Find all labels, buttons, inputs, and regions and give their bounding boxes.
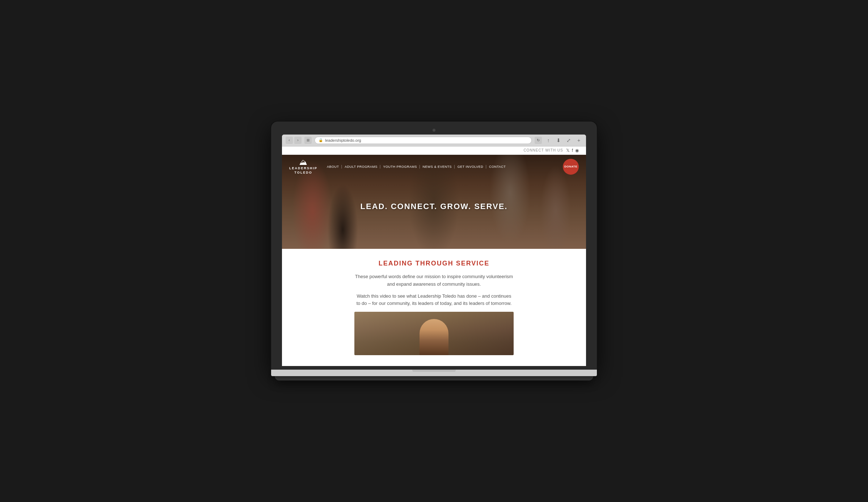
section-para-1: These powerful words define our mission … [354,273,514,288]
nav-adult-programs[interactable]: ADULT PROGRAMS [342,165,380,169]
nav-get-involved[interactable]: GET INVOLVED [455,165,486,169]
section-para-2: Watch this video to see what Leadership … [354,293,514,308]
fullscreen-icon[interactable]: ⤢ [565,137,572,144]
hero-tagline: LEAD. CONNECT. GROW. SERVE. [361,202,508,211]
nav-links: ABOUT | ADULT PROGRAMS | YOUTH PROGRAMS … [325,165,563,169]
nav-contact[interactable]: CONTACT [487,165,508,169]
screen-bezel: ‹ › ⊞ 🔒 leadershiptoledo.org ↻ ↑ ⬇ ⤢ + [271,122,597,370]
back-button[interactable]: ‹ [286,137,293,144]
logo-text: LEADERSHIPTOLEDO [289,166,317,175]
site-navigation: ⛰ LEADERSHIPTOLEDO ABOUT | ADULT PROGRAM… [282,155,586,178]
browser-toolbar: ‹ › ⊞ 🔒 leadershiptoledo.org ↻ ↑ ⬇ ⤢ + [282,135,586,146]
site-logo[interactable]: ⛰ LEADERSHIPTOLEDO [289,158,317,175]
forward-button[interactable]: › [294,137,302,144]
browser-nav-arrows: ‹ › [286,137,302,144]
download-icon[interactable]: ⬇ [555,137,562,144]
laptop-frame: ‹ › ⊞ 🔒 leadershiptoledo.org ↻ ↑ ⬇ ⤢ + [271,122,597,380]
website-content: CONNECT WITH US 𝕏 f ◉ ⛰ [282,146,586,366]
browser-window: ‹ › ⊞ 🔒 leadershiptoledo.org ↻ ↑ ⬇ ⤢ + [282,135,586,366]
address-bar[interactable]: 🔒 leadershiptoledo.org [315,137,532,144]
section-title: LEADING THROUGH SERVICE [289,260,579,267]
bookmarks-button[interactable]: ⊞ [304,137,312,144]
donate-button[interactable]: DONATE [563,159,579,175]
laptop-base [271,370,597,376]
laptop-bottom [275,376,593,380]
nav-youth-programs[interactable]: YOUTH PROGRAMS [381,165,419,169]
social-icons: 𝕏 f ◉ [566,148,579,153]
browser-actions: ↑ ⬇ ⤢ + [545,137,582,144]
nav-about[interactable]: ABOUT [325,165,341,169]
facebook-icon[interactable]: f [572,148,573,153]
hero-section: ⛰ LEADERSHIPTOLEDO ABOUT | ADULT PROGRAM… [282,155,586,249]
main-content: LEADING THROUGH SERVICE These powerful w… [282,249,586,366]
url-text: leadershiptoledo.org [325,138,361,142]
new-tab-icon[interactable]: + [575,137,582,144]
reload-button[interactable]: ↻ [535,137,542,144]
lock-icon: 🔒 [319,138,323,142]
connect-bar: CONNECT WITH US 𝕏 f ◉ [282,146,586,155]
share-icon[interactable]: ↑ [545,137,552,144]
twitter-icon[interactable]: 𝕏 [566,148,570,153]
nav-news-events[interactable]: NEWS & EVENTS [421,165,454,169]
instagram-icon[interactable]: ◉ [575,148,579,153]
video-thumbnail[interactable] [354,312,514,355]
laptop-hinge [412,370,456,372]
webcam [433,129,435,132]
connect-label: CONNECT WITH US [523,148,563,152]
video-person [420,319,448,355]
logo-icon: ⛰ [299,158,307,166]
